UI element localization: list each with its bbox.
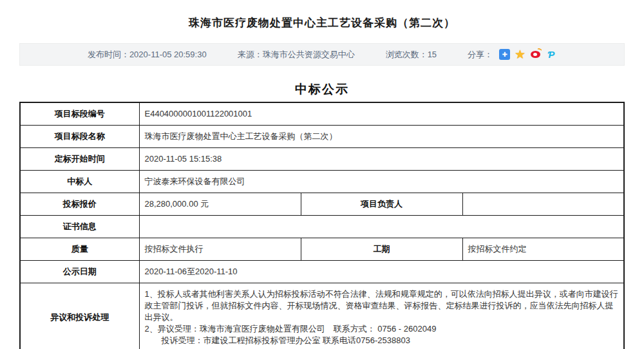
objection-line-1: 1、投标人或者其他利害关系人认为招标投标活动不符合法律、法规和规章规定的，可以依… [145, 288, 619, 323]
source: 来源：珠海市公共资源交易中心 [238, 49, 355, 61]
row-label: 异议和投诉处理 [20, 283, 139, 349]
share-label: 分享： [468, 49, 493, 61]
row-value: 按招标文件执行 [139, 238, 301, 261]
view-count: 浏览次数：15 [386, 49, 437, 61]
view-count-label: 浏览次数： [386, 50, 428, 59]
source-label: 来源： [238, 50, 263, 59]
weibo-eye-glyph [531, 51, 540, 58]
row-value: 2020-11-05 15:15:38 [139, 148, 624, 171]
share-more-icon[interactable] [499, 49, 510, 60]
row-label-2: 项目负责人 [301, 193, 462, 216]
source-value: 珠海市公共资源交易中心 [263, 50, 355, 59]
section-heading: 中标公示 [0, 81, 644, 98]
row-value: 宁波泰来环保设备有限公司 [139, 171, 624, 193]
page-title: 珠海市医疗废物处置中心主工艺设备采购（第二次） [0, 0, 644, 30]
table-row-certificate-info: 证书信息 [20, 216, 624, 238]
table-row-project-number: 项目标段编号 E4404000001001122001001 [20, 102, 624, 126]
table-row-decision-time: 定标开始时间 2020-11-05 15:15:38 [20, 148, 624, 171]
share-icons [499, 49, 556, 60]
meta-info-bar: 发布时间：2020-11-05 20:59:30 来源：珠海市公共资源交易中心 … [19, 43, 625, 66]
publish-time-label: 发布时间： [88, 50, 129, 59]
view-count-value: 15 [428, 50, 437, 59]
table-row-publicity-period: 公示日期 2020-11-06至2020-11-10 [20, 261, 624, 283]
table-row-objection-handling: 异议和投诉处理 1、投标人或者其他利害关系人认为招标投标活动不符合法律、法规和规… [20, 283, 624, 349]
table-row-winning-bidder: 中标人 宁波泰来环保设备有限公司 [20, 171, 624, 193]
row-value: 珠海市医疗废物处置中心主工艺设备采购（第二次） [139, 126, 624, 148]
row-label: 中标人 [20, 171, 139, 193]
row-label: 项目标段名称 [20, 126, 139, 148]
announcement-page: 珠海市医疗废物处置中心主工艺设备采购（第二次） 发布时间：2020-11-05 … [0, 0, 644, 349]
objection-text: 1、投标人或者其他利害关系人认为招标投标活动不符合法律、法规和规章规定的，可以依… [139, 283, 624, 349]
objection-line-2: 2、异议受理：珠海市海宜医疗废物处置有限公司 联系方式： 0756 - 2602… [145, 323, 619, 335]
row-label-2: 工期 [301, 238, 462, 261]
table-row-project-name: 项目标段名称 珠海市医疗废物处置中心主工艺设备采购（第二次） [20, 126, 624, 148]
row-value-2: 按招标文件约定 [462, 238, 624, 261]
row-label: 项目标段编号 [20, 102, 139, 126]
row-label: 公示日期 [20, 261, 139, 283]
qzone-star-icon[interactable] [515, 49, 526, 60]
row-value [139, 216, 624, 238]
objection-line-3: 投诉受理：市建设工程招标投标管理办公室 联系电话0756-2538803 [145, 335, 619, 346]
row-value-2 [462, 193, 624, 216]
table-row-bid-price: 投标报价 28,280,000.00 元 项目负责人 [20, 193, 624, 216]
weibo-icon[interactable] [530, 49, 541, 60]
row-label: 质量 [20, 238, 139, 261]
bid-result-table: 项目标段编号 E4404000001001122001001 项目标段名称 珠海… [19, 102, 625, 349]
publish-time: 发布时间：2020-11-05 20:59:30 [88, 49, 207, 61]
row-label: 定标开始时间 [20, 148, 139, 171]
row-label: 投标报价 [20, 193, 139, 216]
publish-time-value: 2020-11-05 20:59:30 [129, 50, 207, 59]
row-value: 2020-11-06至2020-11-10 [139, 261, 624, 283]
row-value: 28,280,000.00 元 [139, 193, 301, 216]
tencent-weibo-icon[interactable] [545, 49, 556, 60]
row-label: 证书信息 [20, 216, 139, 238]
table-row-quality: 质量 按招标文件执行 工期 按招标文件约定 [20, 238, 624, 261]
row-value: E4404000001001122001001 [139, 102, 624, 126]
share-bar: 分享： [468, 49, 556, 61]
